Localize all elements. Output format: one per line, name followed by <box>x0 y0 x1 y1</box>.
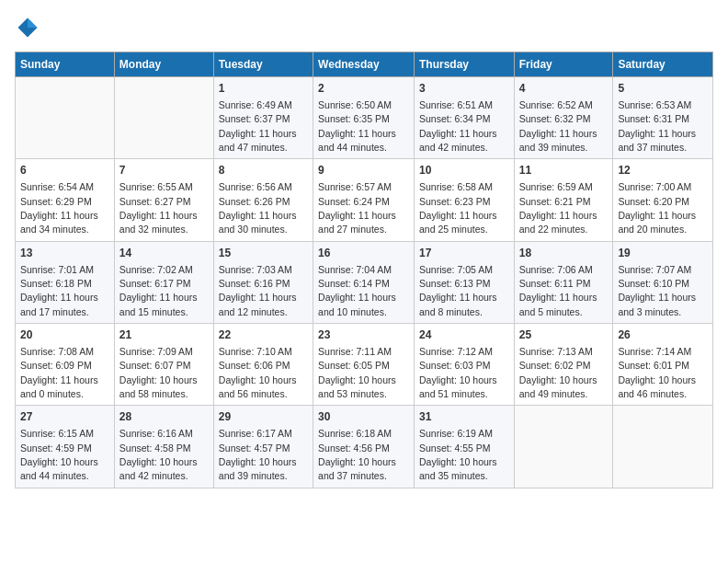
day-cell: 10Sunrise: 6:58 AM Sunset: 6:23 PM Dayli… <box>414 159 514 241</box>
day-detail: Sunrise: 6:50 AM Sunset: 6:35 PM Dayligh… <box>318 99 396 153</box>
day-cell: 16Sunrise: 7:04 AM Sunset: 6:14 PM Dayli… <box>313 241 415 323</box>
week-row-4: 20Sunrise: 7:08 AM Sunset: 6:09 PM Dayli… <box>16 324 713 406</box>
day-detail: Sunrise: 7:05 AM Sunset: 6:13 PM Dayligh… <box>419 264 497 317</box>
page-header <box>15 15 713 40</box>
day-detail: Sunrise: 6:18 AM Sunset: 4:56 PM Dayligh… <box>318 428 396 481</box>
day-detail: Sunrise: 6:49 AM Sunset: 6:37 PM Dayligh… <box>219 99 297 153</box>
day-detail: Sunrise: 6:54 AM Sunset: 6:29 PM Dayligh… <box>20 181 98 235</box>
day-detail: Sunrise: 7:02 AM Sunset: 6:17 PM Dayligh… <box>119 264 198 317</box>
day-number: 18 <box>519 246 609 261</box>
header-cell-tuesday: Tuesday <box>213 52 313 77</box>
day-cell: 11Sunrise: 6:59 AM Sunset: 6:21 PM Dayli… <box>514 159 613 241</box>
day-detail: Sunrise: 7:12 AM Sunset: 6:03 PM Dayligh… <box>419 346 497 399</box>
day-number: 4 <box>519 81 609 97</box>
day-cell <box>514 406 613 488</box>
day-cell: 9Sunrise: 6:57 AM Sunset: 6:24 PM Daylig… <box>313 159 415 241</box>
day-number: 28 <box>119 409 209 425</box>
day-detail: Sunrise: 7:14 AM Sunset: 6:01 PM Dayligh… <box>618 346 696 399</box>
week-row-5: 27Sunrise: 6:15 AM Sunset: 4:59 PM Dayli… <box>16 406 713 488</box>
header-cell-saturday: Saturday <box>613 52 713 77</box>
header-cell-friday: Friday <box>514 52 613 77</box>
day-cell: 20Sunrise: 7:08 AM Sunset: 6:09 PM Dayli… <box>16 324 115 406</box>
day-cell: 2Sunrise: 6:50 AM Sunset: 6:35 PM Daylig… <box>313 77 415 159</box>
day-cell: 13Sunrise: 7:01 AM Sunset: 6:18 PM Dayli… <box>16 241 115 323</box>
day-cell: 25Sunrise: 7:13 AM Sunset: 6:02 PM Dayli… <box>514 324 613 406</box>
calendar-body: 1Sunrise: 6:49 AM Sunset: 6:37 PM Daylig… <box>16 77 713 488</box>
day-number: 14 <box>119 246 209 261</box>
day-detail: Sunrise: 6:17 AM Sunset: 4:57 PM Dayligh… <box>219 428 297 481</box>
day-cell: 3Sunrise: 6:51 AM Sunset: 6:34 PM Daylig… <box>414 77 514 159</box>
day-detail: Sunrise: 6:19 AM Sunset: 4:55 PM Dayligh… <box>419 428 497 481</box>
day-detail: Sunrise: 7:08 AM Sunset: 6:09 PM Dayligh… <box>20 346 98 399</box>
svg-marker-1 <box>28 18 38 29</box>
day-detail: Sunrise: 6:53 AM Sunset: 6:31 PM Dayligh… <box>618 99 696 153</box>
day-number: 12 <box>618 163 708 178</box>
day-detail: Sunrise: 7:01 AM Sunset: 6:18 PM Dayligh… <box>20 264 98 317</box>
day-cell: 15Sunrise: 7:03 AM Sunset: 6:16 PM Dayli… <box>213 241 313 323</box>
day-cell: 26Sunrise: 7:14 AM Sunset: 6:01 PM Dayli… <box>613 324 713 406</box>
day-cell: 4Sunrise: 6:52 AM Sunset: 6:32 PM Daylig… <box>514 77 613 159</box>
day-cell: 31Sunrise: 6:19 AM Sunset: 4:55 PM Dayli… <box>414 406 514 488</box>
day-number: 29 <box>219 409 308 425</box>
day-number: 8 <box>219 163 308 178</box>
day-detail: Sunrise: 7:13 AM Sunset: 6:02 PM Dayligh… <box>519 346 597 399</box>
day-cell: 23Sunrise: 7:11 AM Sunset: 6:05 PM Dayli… <box>313 324 415 406</box>
day-number: 11 <box>519 163 609 178</box>
day-cell: 5Sunrise: 6:53 AM Sunset: 6:31 PM Daylig… <box>613 77 713 159</box>
header-cell-thursday: Thursday <box>414 52 514 77</box>
day-number: 30 <box>318 409 409 425</box>
day-detail: Sunrise: 7:00 AM Sunset: 6:20 PM Dayligh… <box>618 181 696 235</box>
day-number: 10 <box>419 163 509 178</box>
calendar-table: SundayMondayTuesdayWednesdayThursdayFrid… <box>15 52 713 488</box>
day-number: 23 <box>318 327 409 343</box>
day-cell: 14Sunrise: 7:02 AM Sunset: 6:17 PM Dayli… <box>114 241 213 323</box>
day-number: 31 <box>419 409 509 425</box>
day-number: 22 <box>219 327 308 343</box>
day-number: 13 <box>20 246 109 261</box>
day-number: 24 <box>419 327 509 343</box>
day-detail: Sunrise: 6:15 AM Sunset: 4:59 PM Dayligh… <box>20 428 98 481</box>
day-detail: Sunrise: 6:59 AM Sunset: 6:21 PM Dayligh… <box>519 181 597 235</box>
day-cell: 18Sunrise: 7:06 AM Sunset: 6:11 PM Dayli… <box>514 241 613 323</box>
day-cell: 6Sunrise: 6:54 AM Sunset: 6:29 PM Daylig… <box>16 159 115 241</box>
header-cell-sunday: Sunday <box>16 52 115 77</box>
day-number: 17 <box>419 246 509 261</box>
day-detail: Sunrise: 7:04 AM Sunset: 6:14 PM Dayligh… <box>318 264 396 317</box>
day-cell: 24Sunrise: 7:12 AM Sunset: 6:03 PM Dayli… <box>414 324 514 406</box>
day-number: 1 <box>219 81 308 97</box>
header-row: SundayMondayTuesdayWednesdayThursdayFrid… <box>16 52 713 77</box>
day-detail: Sunrise: 6:56 AM Sunset: 6:26 PM Dayligh… <box>219 181 297 235</box>
day-cell: 17Sunrise: 7:05 AM Sunset: 6:13 PM Dayli… <box>414 241 514 323</box>
day-cell <box>613 406 713 488</box>
day-number: 7 <box>119 163 209 178</box>
day-detail: Sunrise: 7:09 AM Sunset: 6:07 PM Dayligh… <box>119 346 198 399</box>
day-number: 19 <box>618 246 708 261</box>
day-number: 26 <box>618 327 708 343</box>
logo <box>15 15 44 40</box>
day-cell: 7Sunrise: 6:55 AM Sunset: 6:27 PM Daylig… <box>114 159 213 241</box>
day-cell: 1Sunrise: 6:49 AM Sunset: 6:37 PM Daylig… <box>213 77 313 159</box>
day-number: 20 <box>20 327 109 343</box>
day-detail: Sunrise: 7:07 AM Sunset: 6:10 PM Dayligh… <box>618 264 696 317</box>
day-number: 3 <box>419 81 509 97</box>
day-number: 5 <box>618 81 708 97</box>
day-detail: Sunrise: 7:11 AM Sunset: 6:05 PM Dayligh… <box>318 346 396 399</box>
day-detail: Sunrise: 6:16 AM Sunset: 4:58 PM Dayligh… <box>119 428 198 481</box>
day-detail: Sunrise: 6:51 AM Sunset: 6:34 PM Dayligh… <box>419 99 497 153</box>
day-cell: 19Sunrise: 7:07 AM Sunset: 6:10 PM Dayli… <box>613 241 713 323</box>
week-row-1: 1Sunrise: 6:49 AM Sunset: 6:37 PM Daylig… <box>16 77 713 159</box>
day-number: 27 <box>20 409 109 425</box>
day-cell: 8Sunrise: 6:56 AM Sunset: 6:26 PM Daylig… <box>213 159 313 241</box>
week-row-3: 13Sunrise: 7:01 AM Sunset: 6:18 PM Dayli… <box>16 241 713 323</box>
week-row-2: 6Sunrise: 6:54 AM Sunset: 6:29 PM Daylig… <box>16 159 713 241</box>
day-cell: 21Sunrise: 7:09 AM Sunset: 6:07 PM Dayli… <box>114 324 213 406</box>
day-detail: Sunrise: 6:55 AM Sunset: 6:27 PM Dayligh… <box>119 181 198 235</box>
day-number: 2 <box>318 81 409 97</box>
header-cell-wednesday: Wednesday <box>313 52 415 77</box>
day-cell <box>114 77 213 159</box>
header-cell-monday: Monday <box>114 52 213 77</box>
day-cell: 28Sunrise: 6:16 AM Sunset: 4:58 PM Dayli… <box>114 406 213 488</box>
day-detail: Sunrise: 6:57 AM Sunset: 6:24 PM Dayligh… <box>318 181 396 235</box>
day-detail: Sunrise: 7:06 AM Sunset: 6:11 PM Dayligh… <box>519 264 597 317</box>
day-cell <box>16 77 115 159</box>
